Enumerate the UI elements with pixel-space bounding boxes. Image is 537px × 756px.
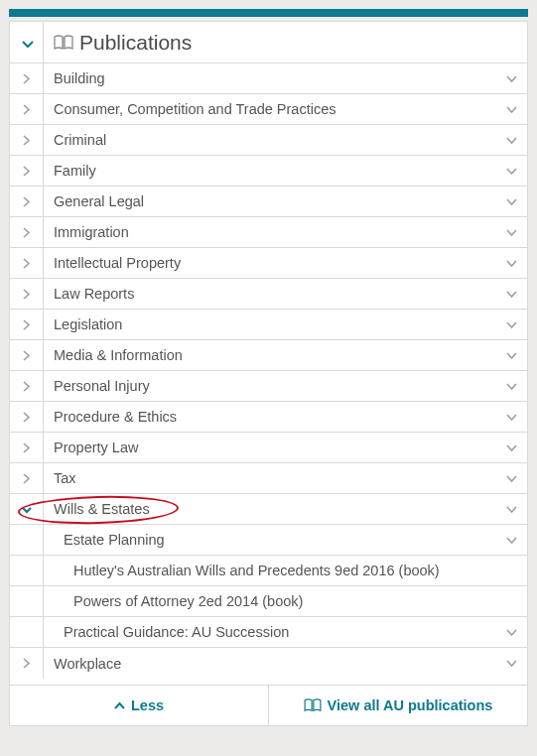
chevron-right-icon — [21, 289, 32, 300]
expand-toggle[interactable] — [10, 402, 44, 432]
expand-toggle[interactable] — [10, 340, 44, 370]
chevron-right-icon — [21, 196, 32, 207]
chevron-down-icon — [506, 412, 517, 423]
category-label: Wills & Estates — [54, 501, 486, 517]
expand-chevron[interactable] — [496, 463, 527, 493]
category-consumer[interactable]: Consumer, Competition and Trade Practice… — [10, 94, 527, 125]
chevron-down-icon — [506, 289, 517, 300]
expand-toggle[interactable] — [10, 463, 44, 493]
subitem-label: Hutley's Australian Wills and Precedents… — [73, 563, 517, 578]
publications-list: Building Consumer, Competition and Trade… — [10, 63, 527, 679]
chevron-down-icon — [506, 73, 517, 84]
expand-chevron[interactable] — [496, 402, 527, 432]
chevron-down-icon — [506, 166, 517, 177]
chevron-right-icon — [21, 73, 32, 84]
less-label: Less — [131, 697, 164, 713]
less-button[interactable]: Less — [10, 686, 269, 725]
category-building[interactable]: Building — [10, 63, 527, 94]
expand-chevron[interactable] — [496, 63, 527, 93]
expand-chevron[interactable] — [496, 156, 527, 186]
chevron-down-icon — [21, 504, 32, 515]
category-immigration[interactable]: Immigration — [10, 217, 527, 248]
subitem-estate-planning[interactable]: Estate Planning — [10, 525, 527, 556]
expand-chevron[interactable] — [496, 125, 527, 155]
chevron-down-icon — [506, 504, 517, 515]
category-family[interactable]: Family — [10, 156, 527, 187]
category-tax[interactable]: Tax — [10, 463, 527, 494]
category-wills-estates[interactable]: Wills & Estates — [10, 494, 527, 525]
category-law-reports[interactable]: Law Reports — [10, 279, 527, 310]
collapse-toggle[interactable] — [10, 494, 44, 524]
expand-toggle[interactable] — [10, 648, 44, 679]
category-label: Immigration — [54, 224, 486, 240]
category-label: Building — [54, 70, 486, 86]
category-label: General Legal — [54, 193, 486, 209]
expand-chevron[interactable] — [496, 310, 527, 339]
expand-chevron[interactable] — [496, 371, 527, 401]
expand-chevron[interactable] — [496, 94, 527, 124]
chevron-down-icon — [506, 350, 517, 361]
panel-title: Publications — [79, 31, 192, 55]
expand-toggle[interactable] — [10, 371, 44, 401]
subitem-practical-guidance[interactable]: Practical Guidance: AU Succession — [10, 617, 527, 648]
category-label: Legislation — [54, 316, 486, 332]
chevron-down-icon — [506, 135, 517, 146]
chevron-down-icon — [506, 381, 517, 392]
chevron-down-icon — [506, 473, 517, 484]
category-label: Consumer, Competition and Trade Practice… — [54, 101, 486, 117]
category-label: Workplace — [54, 656, 486, 672]
subitem-hutleys[interactable]: Hutley's Australian Wills and Precedents… — [10, 556, 527, 586]
category-intellectual-property[interactable]: Intellectual Property — [10, 248, 527, 279]
chevron-right-icon — [21, 135, 32, 146]
category-personal-injury[interactable]: Personal Injury — [10, 371, 527, 402]
publications-icon — [54, 35, 73, 51]
category-label: Law Reports — [54, 286, 486, 302]
category-criminal[interactable]: Criminal — [10, 125, 527, 156]
expand-toggle[interactable] — [10, 310, 44, 339]
expand-toggle[interactable] — [10, 94, 44, 124]
category-label: Tax — [54, 470, 486, 486]
expand-chevron[interactable] — [496, 617, 527, 647]
expand-chevron[interactable] — [496, 433, 527, 462]
expand-chevron[interactable] — [496, 648, 527, 679]
view-all-button[interactable]: View all AU publications — [269, 686, 527, 725]
chevron-right-icon — [21, 166, 32, 177]
expand-toggle[interactable] — [10, 217, 44, 247]
subitem-powers-of-attorney[interactable]: Powers of Attorney 2ed 2014 (book) — [10, 586, 527, 617]
expand-chevron[interactable] — [496, 279, 527, 309]
publications-header: Publications — [10, 22, 527, 63]
category-property-law[interactable]: Property Law — [10, 433, 527, 463]
expand-toggle[interactable] — [10, 279, 44, 309]
expand-chevron[interactable] — [496, 340, 527, 370]
chevron-down-icon — [506, 104, 517, 115]
category-workplace[interactable]: Workplace — [10, 648, 527, 679]
chevron-down-icon — [506, 196, 517, 207]
expand-toggle[interactable] — [10, 63, 44, 93]
chevron-down-icon — [506, 442, 517, 453]
expand-chevron[interactable] — [496, 494, 527, 524]
category-label: Criminal — [54, 132, 486, 148]
category-procedure-ethics[interactable]: Procedure & Ethics — [10, 402, 527, 433]
expand-toggle[interactable] — [10, 248, 44, 278]
category-legislation[interactable]: Legislation — [10, 310, 527, 340]
chevron-down-icon — [506, 258, 517, 269]
expand-toggle[interactable] — [10, 125, 44, 155]
expand-toggle[interactable] — [10, 433, 44, 462]
expand-chevron[interactable] — [496, 187, 527, 216]
expand-chevron[interactable] — [496, 217, 527, 247]
expand-chevron[interactable] — [496, 248, 527, 278]
expand-chevron[interactable] — [496, 525, 527, 555]
category-label: Intellectual Property — [54, 255, 486, 271]
category-media-information[interactable]: Media & Information — [10, 340, 527, 371]
panel-collapse-toggle[interactable] — [10, 22, 44, 63]
indent-spacer — [10, 525, 44, 555]
category-label: Personal Injury — [54, 378, 486, 394]
chevron-right-icon — [21, 381, 32, 392]
category-general-legal[interactable]: General Legal — [10, 187, 527, 217]
chevron-right-icon — [21, 412, 32, 423]
expand-toggle[interactable] — [10, 187, 44, 216]
indent-spacer — [10, 556, 44, 585]
chevron-down-icon — [506, 227, 517, 238]
expand-toggle[interactable] — [10, 156, 44, 186]
category-label: Family — [54, 163, 486, 179]
